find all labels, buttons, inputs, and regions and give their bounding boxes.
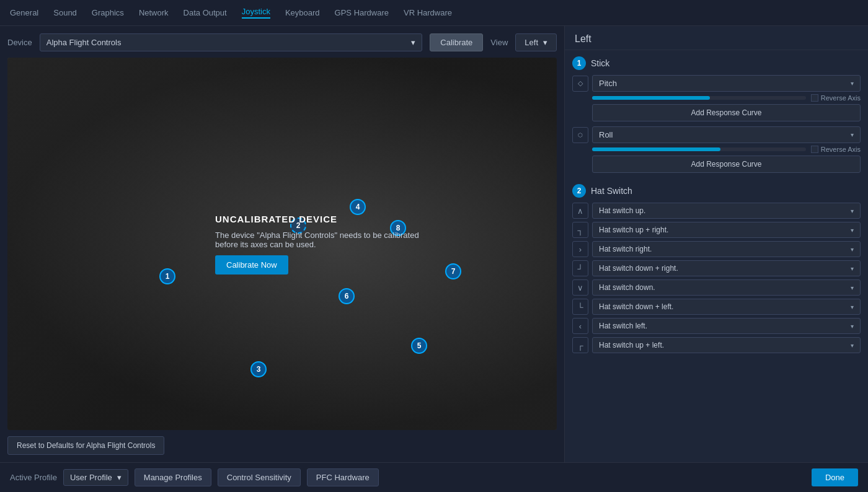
pitch-axis-value: Pitch <box>599 79 617 88</box>
marker-6[interactable]: 6 <box>339 288 355 304</box>
hat-row-4: ∨Hat switch down.▾ <box>572 279 861 296</box>
hat-rows-container: ∧Hat switch up.▾┐Hat switch up + right.▾… <box>572 203 861 353</box>
left-panel: Device Alpha Flight Controls ▾ Calibrate… <box>0 26 564 462</box>
stick-section-header: 1 Stick <box>572 56 861 70</box>
pitch-axis-row: ◇ Pitch ▾ <box>572 75 861 92</box>
roll-axis-controls: Reverse Axis Add Response Curve <box>592 146 861 173</box>
hat-chevron-0-icon: ▾ <box>851 208 854 214</box>
hat-section-header: 2 Hat Switch <box>572 184 861 198</box>
hat-title: Hat Switch <box>591 186 632 196</box>
device-select[interactable]: Alpha Flight Controls ▾ <box>40 33 423 51</box>
roll-axis-icon: ⬡ <box>572 127 588 143</box>
hat-label-6: Hat switch left. <box>599 322 647 330</box>
hat-up-left-icon: ┌ <box>572 337 588 353</box>
nav-sound[interactable]: Sound <box>53 8 77 17</box>
hat-row-1: ┐Hat switch up + right.▾ <box>572 222 861 238</box>
profile-select[interactable]: User Profile ▾ <box>63 469 128 486</box>
roll-reverse-label: Reverse Axis <box>821 146 861 153</box>
nav-general[interactable]: General <box>10 8 38 17</box>
hat-chevron-1-icon: ▾ <box>851 227 854 234</box>
pitch-reverse-row: Reverse Axis <box>811 94 861 102</box>
hat-label-1: Hat switch up + right. <box>599 226 668 234</box>
calibration-desc: The device "Alpha Flight Controls" needs… <box>215 231 438 249</box>
pitch-axis-select[interactable]: Pitch ▾ <box>592 75 861 92</box>
device-row: Device Alpha Flight Controls ▾ Calibrate… <box>7 33 557 51</box>
pitch-slider-row: Reverse Axis <box>592 94 861 102</box>
section-separator-1 <box>572 178 861 184</box>
right-panel-scroll[interactable]: 1 Stick ◇ Pitch ▾ Reverse Axis <box>565 50 868 462</box>
marker-1[interactable]: 1 <box>159 268 175 284</box>
roll-add-curve-button[interactable]: Add Response Curve <box>592 156 861 173</box>
calibrate-now-button[interactable]: Calibrate Now <box>215 255 288 275</box>
hat-up-icon: ∧ <box>572 203 588 219</box>
hat-chevron-3-icon: ▾ <box>851 265 854 272</box>
calibration-title: UNCALIBRATED DEVICE <box>215 214 337 224</box>
hat-chevron-4-icon: ▾ <box>851 284 854 291</box>
roll-slider-track[interactable] <box>592 147 806 151</box>
pitch-chevron-down-icon: ▾ <box>851 80 854 87</box>
roll-reverse-row: Reverse Axis <box>811 146 861 153</box>
calibration-overlay: UNCALIBRATED DEVICE The device "Alpha Fl… <box>215 214 438 275</box>
stick-title: Stick <box>591 58 609 68</box>
hat-row-6: ‹Hat switch left.▾ <box>572 318 861 334</box>
profile-chevron-down-icon: ▾ <box>117 473 122 482</box>
pitch-slider-track[interactable] <box>592 96 806 100</box>
view-label: View <box>490 38 508 47</box>
hat-label-5: Hat switch down + left. <box>599 302 673 311</box>
nav-data-output[interactable]: Data Output <box>184 8 227 17</box>
reset-defaults-button[interactable]: Reset to Defaults for Alpha Flight Contr… <box>7 436 164 455</box>
hat-row-0: ∧Hat switch up.▾ <box>572 203 861 219</box>
hat-row-5: └Hat switch down + left.▾ <box>572 299 861 315</box>
hat-row-7: ┌Hat switch up + left.▾ <box>572 337 861 353</box>
nav-vr-hardware[interactable]: VR Hardware <box>404 8 452 17</box>
roll-slider-row: Reverse Axis <box>592 146 861 153</box>
marker-5[interactable]: 5 <box>411 338 427 354</box>
hat-select-4[interactable]: Hat switch down.▾ <box>592 279 861 296</box>
nav-joystick[interactable]: Joystick <box>242 7 270 19</box>
roll-axis-select[interactable]: Roll ▾ <box>592 126 861 143</box>
hat-select-6[interactable]: Hat switch left.▾ <box>592 318 861 334</box>
roll-chevron-down-icon: ▾ <box>851 131 854 138</box>
hat-select-2[interactable]: Hat switch right.▾ <box>592 241 861 257</box>
calibrate-button[interactable]: Calibrate <box>430 33 483 51</box>
hat-label-4: Hat switch down. <box>599 283 655 292</box>
hat-row-2: ›Hat switch right.▾ <box>572 241 861 257</box>
nav-network[interactable]: Network <box>139 8 169 17</box>
roll-axis-row: ⬡ Roll ▾ <box>572 126 861 143</box>
top-nav: General Sound Graphics Network Data Outp… <box>0 0 868 26</box>
view-select[interactable]: Left ▾ <box>515 33 557 51</box>
pitch-axis-icon: ◇ <box>572 76 588 92</box>
hat-down-icon: ∨ <box>572 279 588 296</box>
hat-select-3[interactable]: Hat switch down + right.▾ <box>592 260 861 276</box>
manage-profiles-button[interactable]: Manage Profiles <box>135 468 211 486</box>
hat-chevron-5-icon: ▾ <box>851 304 854 310</box>
pitch-reverse-checkbox[interactable] <box>811 94 818 102</box>
pitch-slider-fill <box>592 96 710 100</box>
hat-select-1[interactable]: Hat switch up + right.▾ <box>592 222 861 238</box>
joystick-bg: 12345678 UNCALIBRATED DEVICE The device … <box>7 58 557 430</box>
nav-graphics[interactable]: Graphics <box>92 8 124 17</box>
control-sensitivity-button[interactable]: Control Sensitivity <box>218 468 301 486</box>
nav-gps-hardware[interactable]: GPS Hardware <box>335 8 389 17</box>
done-button[interactable]: Done <box>812 468 858 486</box>
roll-slider-fill <box>592 147 720 151</box>
right-panel: Left 1 Stick ◇ Pitch ▾ <box>564 26 868 462</box>
hat-up-right-icon: ┐ <box>572 222 588 238</box>
marker-7[interactable]: 7 <box>445 263 461 279</box>
device-label: Device <box>7 38 32 47</box>
bottom-bar: Active Profile User Profile ▾ Manage Pro… <box>0 462 868 492</box>
pfc-hardware-button[interactable]: PFC Hardware <box>307 468 379 486</box>
roll-reverse-checkbox[interactable] <box>811 146 818 153</box>
view-chevron-down-icon: ▾ <box>543 38 547 47</box>
marker-3[interactable]: 3 <box>250 361 267 377</box>
hat-down-left-icon: └ <box>572 299 588 315</box>
pitch-add-curve-button[interactable]: Add Response Curve <box>592 104 861 121</box>
hat-row-3: ┘Hat switch down + right.▾ <box>572 260 861 276</box>
hat-select-7[interactable]: Hat switch up + left.▾ <box>592 337 861 353</box>
hat-select-0[interactable]: Hat switch up.▾ <box>592 203 861 219</box>
nav-keyboard[interactable]: Keyboard <box>285 8 320 17</box>
hat-label-3: Hat switch down + right. <box>599 264 678 273</box>
marker-4[interactable]: 4 <box>350 199 366 215</box>
hat-select-5[interactable]: Hat switch down + left.▾ <box>592 299 861 315</box>
hat-right-icon: › <box>572 241 588 257</box>
